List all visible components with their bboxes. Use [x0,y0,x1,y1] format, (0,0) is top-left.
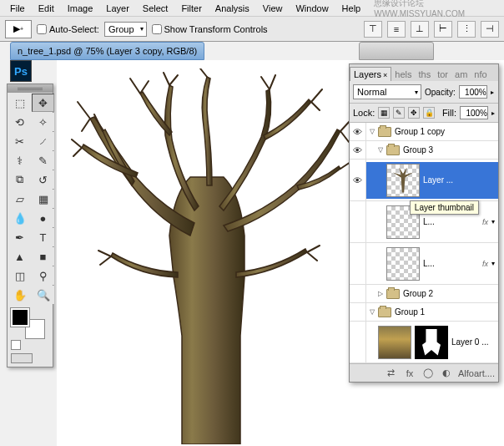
layer-row-group3[interactable]: 👁 ▽ Group 3 [350,141,498,160]
lock-transparency-icon[interactable]: ▦ [378,107,390,119]
folder-icon [386,289,400,299]
brush-tool[interactable]: ✎ [32,151,54,170]
folder-icon [386,145,400,155]
layer-style-icon[interactable]: fx [403,367,416,379]
menu-help[interactable]: Help [335,2,368,15]
pen-tool[interactable]: ✒ [8,228,31,246]
visibility-toggle-icon[interactable]: 👁 [353,127,362,137]
align-bottom-icon[interactable]: ⊥ [411,21,429,38]
secondary-window-tab[interactable] [359,42,434,60]
expand-arrow-icon[interactable]: ▷ [378,290,383,297]
zoom-tool[interactable]: 🔍 [32,286,54,304]
folder-icon [378,127,391,137]
gradient-tool[interactable]: ▦ [32,190,54,208]
path-selection-tool[interactable]: ▲ [8,247,31,266]
layer-thumbnail[interactable] [386,164,420,197]
move-tool[interactable]: ✥ [32,94,54,112]
layer-row-group2[interactable]: ▷ Group 2 [350,285,498,303]
layer-mask-icon[interactable]: ◯ [421,367,435,379]
quick-mask-toggle[interactable] [11,340,21,350]
fx-badge[interactable]: fx [482,260,488,268]
align-center-icon[interactable]: ⋮ [457,21,476,38]
menu-file[interactable]: File [3,2,32,15]
blend-mode-dropdown[interactable]: Normal [353,84,421,99]
layers-panel-footer: ⇄ fx ◯ ◐ Alfoart.... [350,363,498,382]
toolbox-grip[interactable] [8,84,53,93]
visibility-toggle-icon[interactable]: 👁 [353,175,362,185]
slice-tool[interactable]: ⟋ [32,132,54,150]
link-layers-icon[interactable]: ⇄ [385,367,398,379]
history-brush-tool[interactable]: ↺ [32,170,54,189]
document-title: n_tree_1.psd @ 75% (Layer 3 copy, RGB/8) [18,46,197,56]
fill-input[interactable] [460,106,488,119]
opacity-slider-arrow[interactable]: ▸ [491,89,494,96]
expand-arrow-icon[interactable]: ▽ [370,128,375,135]
tab-channels[interactable]: hels [391,68,415,81]
type-tool[interactable]: T [32,228,54,246]
tab-info[interactable]: nfo [471,68,490,81]
options-bar: ▶+ Auto-Select: Group Show Transform Con… [0,17,504,42]
lock-all-icon[interactable]: 🔒 [423,107,435,119]
align-left-icon[interactable]: ⊢ [434,21,452,38]
layer-thumbnail[interactable] [386,247,420,281]
clone-stamp-tool[interactable]: ⧉ [8,170,31,189]
blur-tool[interactable]: 💧 [8,209,31,227]
lock-pixels-icon[interactable]: ✎ [393,107,405,119]
tab-paths[interactable]: ths [415,68,434,81]
expand-arrow-icon[interactable]: ▽ [370,308,375,316]
eraser-tool[interactable]: ▱ [8,190,31,208]
menu-image[interactable]: Image [61,2,100,15]
magic-wand-tool[interactable]: ✧ [32,113,54,131]
fill-slider-arrow[interactable]: ▸ [491,109,495,117]
hand-tool[interactable]: ✋ [8,286,31,304]
menu-view[interactable]: View [256,2,290,15]
layer-row-l2[interactable]: L... fx ▾ [350,243,498,285]
lasso-tool[interactable]: ⟲ [8,113,31,131]
menu-filter[interactable]: Filter [174,2,208,15]
opacity-input[interactable] [459,85,487,99]
fx-expand-icon[interactable]: ▾ [491,218,495,226]
menu-select[interactable]: Select [136,2,175,15]
eyedropper-tool[interactable]: ⚲ [32,266,54,285]
menu-edit[interactable]: Edit [32,2,61,15]
layer-thumbnail[interactable] [378,326,411,359]
show-transform-checkbox[interactable]: Show Transform Controls [152,24,268,34]
menu-layer[interactable]: Layer [99,2,136,15]
healing-brush-tool[interactable]: ⚕ [8,151,31,170]
tab-actions[interactable]: am [451,68,471,81]
tool-preset-picker[interactable]: ▶+ [5,20,32,38]
visibility-toggle-icon[interactable]: 👁 [353,145,362,155]
fx-expand-icon[interactable]: ▾ [491,260,495,267]
notes-tool[interactable]: ◫ [8,266,31,285]
layer-row-layer3copy[interactable]: 👁 Layer ... [350,160,498,201]
screen-mode-toggle[interactable] [11,353,33,363]
menu-analysis[interactable]: Analysis [209,2,256,15]
color-swatches [8,305,53,367]
layer-row-group1copy[interactable]: 👁 ▽ Group 1 copy [350,123,498,141]
lock-label: Lock: [353,108,375,118]
lock-position-icon[interactable]: ✥ [408,107,420,119]
align-middle-icon[interactable]: ≡ [387,21,406,38]
layer-mask-thumbnail[interactable] [415,326,448,359]
shape-tool[interactable]: ■ [32,247,54,266]
layer-row-group1[interactable]: ▽ Group 1 [350,303,498,322]
dodge-tool[interactable]: ● [32,209,54,227]
tab-history[interactable]: tor [434,68,451,81]
expand-arrow-icon[interactable]: ▽ [378,146,383,154]
auto-select-target-dropdown[interactable]: Group [104,22,147,37]
foreground-color-swatch[interactable] [11,308,29,327]
menu-window[interactable]: Window [289,2,335,15]
opacity-label: Opacity: [425,88,456,97]
auto-select-checkbox[interactable]: Auto-Select: [37,24,99,34]
align-right-icon[interactable]: ⊣ [481,21,499,38]
marquee-tool[interactable]: ⬚ [8,94,31,112]
layer-row-layer0[interactable]: Layer 0 ... [350,322,498,363]
tab-layers[interactable]: Layers× [350,67,391,81]
align-top-icon[interactable]: ⊤ [364,21,382,38]
adjustment-layer-icon[interactable]: ◐ [440,367,453,379]
crop-tool[interactable]: ✂ [8,132,31,150]
layers-panel: Layers× hels ths tor am nfo Normal Opaci… [349,63,499,383]
fx-badge[interactable]: fx [482,218,488,226]
document-tab[interactable]: n_tree_1.psd @ 75% (Layer 3 copy, RGB/8) [10,42,204,60]
layer-list: 👁 ▽ Group 1 copy 👁 ▽ Group 3 👁 Layer ... [350,123,498,363]
